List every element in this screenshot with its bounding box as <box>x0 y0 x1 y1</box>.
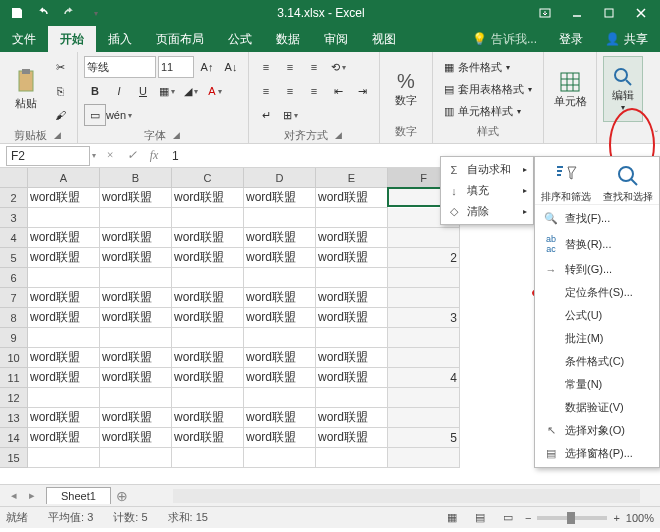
row-header-3[interactable]: 3 <box>0 208 28 228</box>
menu-replace[interactable]: abac替换(R)... <box>535 230 659 258</box>
cell-E11[interactable]: word联盟 <box>316 368 388 388</box>
underline-button[interactable]: U <box>132 80 154 102</box>
increase-font-icon[interactable]: A↑ <box>196 56 218 78</box>
fx-icon[interactable]: fx <box>144 146 164 166</box>
cell-B7[interactable]: word联盟 <box>100 288 172 308</box>
menu-validation[interactable]: 数据验证(V) <box>535 396 659 419</box>
alignment-launcher-icon[interactable]: ◢ <box>332 130 344 142</box>
tab-review[interactable]: 审阅 <box>312 26 360 52</box>
tab-layout[interactable]: 页面布局 <box>144 26 216 52</box>
bold-button[interactable]: B <box>84 80 106 102</box>
cell-B11[interactable]: word联盟 <box>100 368 172 388</box>
name-box[interactable]: F2 <box>6 146 90 166</box>
save-icon[interactable] <box>6 3 28 23</box>
col-header-E[interactable]: E <box>316 168 388 188</box>
add-sheet-icon[interactable]: ⊕ <box>111 488 133 504</box>
sheet-nav-next-icon[interactable]: ▸ <box>24 489 40 502</box>
row-header-8[interactable]: 8 <box>0 308 28 328</box>
login-link[interactable]: 登录 <box>547 26 595 52</box>
cancel-formula-icon[interactable]: × <box>100 146 120 166</box>
menu-selectobj[interactable]: ↖选择对象(O) <box>535 419 659 442</box>
cell-D2[interactable]: word联盟 <box>244 188 316 208</box>
row-header-12[interactable]: 12 <box>0 388 28 408</box>
cell-B8[interactable]: word联盟 <box>100 308 172 328</box>
cell-E6[interactable] <box>316 268 388 288</box>
cut-icon[interactable]: ✂ <box>49 56 71 78</box>
cell-E3[interactable] <box>316 208 388 228</box>
maximize-icon[interactable] <box>594 2 624 24</box>
cell-A11[interactable]: word联盟 <box>28 368 100 388</box>
cell-C7[interactable]: word联盟 <box>172 288 244 308</box>
align-left-icon[interactable]: ≡ <box>255 80 277 102</box>
align-right-icon[interactable]: ≡ <box>303 80 325 102</box>
cell-A12[interactable] <box>28 388 100 408</box>
cell-F9[interactable] <box>388 328 460 348</box>
decrease-font-icon[interactable]: A↓ <box>220 56 242 78</box>
menu-constants[interactable]: 常量(N) <box>535 373 659 396</box>
share-button[interactable]: 👤共享 <box>597 28 656 51</box>
row-header-14[interactable]: 14 <box>0 428 28 448</box>
row-header-6[interactable]: 6 <box>0 268 28 288</box>
cell-F13[interactable] <box>388 408 460 428</box>
enter-formula-icon[interactable]: ✓ <box>122 146 142 166</box>
cell-F5[interactable]: 2 <box>388 248 460 268</box>
zoom-level[interactable]: 100% <box>626 512 654 524</box>
row-header-11[interactable]: 11 <box>0 368 28 388</box>
cell-B6[interactable] <box>100 268 172 288</box>
menu-comments[interactable]: 批注(M) <box>535 327 659 350</box>
menu-special[interactable]: 定位条件(S)... <box>535 281 659 304</box>
find-select-button[interactable]: 查找和选择 <box>603 163 653 202</box>
cell-F8[interactable]: 3 <box>388 308 460 328</box>
cell-D4[interactable]: word联盟 <box>244 228 316 248</box>
cell-D11[interactable]: word联盟 <box>244 368 316 388</box>
cell-C3[interactable] <box>172 208 244 228</box>
cell-E2[interactable]: word联盟 <box>316 188 388 208</box>
cell-E4[interactable]: word联盟 <box>316 228 388 248</box>
cell-B2[interactable]: word联盟 <box>100 188 172 208</box>
sheet-nav-prev-icon[interactable]: ◂ <box>6 489 22 502</box>
cell-C10[interactable]: word联盟 <box>172 348 244 368</box>
cell-D3[interactable] <box>244 208 316 228</box>
cell-C4[interactable]: word联盟 <box>172 228 244 248</box>
cell-A5[interactable]: word联盟 <box>28 248 100 268</box>
clear-item[interactable]: ◇清除▸ <box>443 201 531 222</box>
cell-F15[interactable] <box>388 448 460 468</box>
cell-E15[interactable] <box>316 448 388 468</box>
cell-E14[interactable]: word联盟 <box>316 428 388 448</box>
cell-C5[interactable]: word联盟 <box>172 248 244 268</box>
border-button[interactable]: ▦ <box>156 80 178 102</box>
cell-C11[interactable]: word联盟 <box>172 368 244 388</box>
zoom-out-icon[interactable]: − <box>525 512 531 524</box>
font-color-button[interactable]: A <box>204 80 226 102</box>
merge-cells-icon[interactable]: ⊞ <box>279 104 301 126</box>
menu-goto[interactable]: →转到(G)... <box>535 258 659 281</box>
cell-F11[interactable]: 4 <box>388 368 460 388</box>
ribbon-options-icon[interactable] <box>530 2 560 24</box>
number-format-button[interactable]: % 数字 <box>386 56 426 122</box>
tab-file[interactable]: 文件 <box>0 26 48 52</box>
cell-C8[interactable]: word联盟 <box>172 308 244 328</box>
menu-selpane[interactable]: ▤选择窗格(P)... <box>535 442 659 465</box>
decrease-indent-icon[interactable]: ⇤ <box>327 80 349 102</box>
font-name-selector[interactable]: 等线 <box>84 56 156 78</box>
cell-D14[interactable]: word联盟 <box>244 428 316 448</box>
cell-B5[interactable]: word联盟 <box>100 248 172 268</box>
zoom-in-icon[interactable]: + <box>613 512 619 524</box>
col-header-D[interactable]: D <box>244 168 316 188</box>
row-header-7[interactable]: 7 <box>0 288 28 308</box>
format-painter-icon[interactable]: 🖌 <box>49 104 71 126</box>
cell-F14[interactable]: 5 <box>388 428 460 448</box>
close-icon[interactable] <box>626 2 656 24</box>
cell-B10[interactable]: word联盟 <box>100 348 172 368</box>
collapse-ribbon-icon[interactable]: ˇ <box>655 130 658 141</box>
col-header-A[interactable]: A <box>28 168 100 188</box>
menu-formulas[interactable]: 公式(U) <box>535 304 659 327</box>
cell-A13[interactable]: word联盟 <box>28 408 100 428</box>
align-top-icon[interactable]: ≡ <box>255 56 277 78</box>
view-page-layout-icon[interactable]: ▤ <box>469 509 491 527</box>
cell-D10[interactable]: word联盟 <box>244 348 316 368</box>
italic-button[interactable]: I <box>108 80 130 102</box>
row-header-10[interactable]: 10 <box>0 348 28 368</box>
row-header-4[interactable]: 4 <box>0 228 28 248</box>
cell-E7[interactable]: word联盟 <box>316 288 388 308</box>
